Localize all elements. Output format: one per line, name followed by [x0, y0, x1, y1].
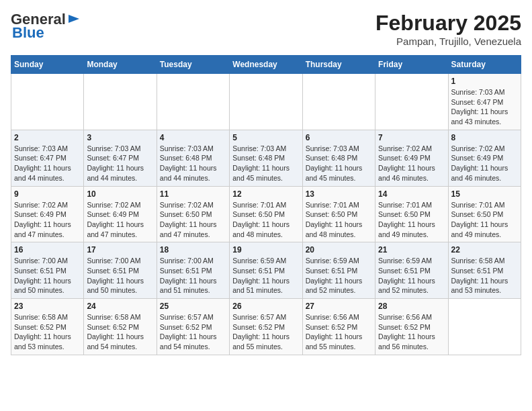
day-info: Sunrise: 6:58 AMSunset: 6:51 PMDaylight:… — [451, 256, 518, 295]
day-number: 22 — [451, 245, 518, 255]
calendar-day-header: Monday — [84, 56, 157, 74]
day-number: 13 — [306, 189, 372, 199]
day-number: 3 — [87, 133, 153, 142]
day-info: Sunrise: 7:00 AMSunset: 6:51 PMDaylight:… — [160, 256, 226, 295]
calendar-cell — [11, 74, 84, 130]
day-info: Sunrise: 6:59 AMSunset: 6:51 PMDaylight:… — [306, 256, 372, 295]
day-info: Sunrise: 7:01 AMSunset: 6:50 PMDaylight:… — [232, 200, 299, 240]
day-number: 15 — [451, 189, 518, 199]
day-info: Sunrise: 7:00 AMSunset: 6:51 PMDaylight:… — [87, 256, 153, 295]
day-info: Sunrise: 7:03 AMSunset: 6:48 PMDaylight:… — [160, 144, 226, 183]
calendar-cell — [448, 299, 521, 355]
calendar-day-header: Wednesday — [230, 56, 302, 74]
day-info: Sunrise: 6:59 AMSunset: 6:51 PMDaylight:… — [232, 256, 299, 295]
day-number: 24 — [87, 302, 153, 311]
calendar-day-header: Saturday — [448, 56, 521, 74]
day-info: Sunrise: 7:02 AMSunset: 6:49 PMDaylight:… — [87, 200, 153, 240]
calendar-cell — [84, 74, 157, 130]
day-number: 1 — [451, 77, 518, 86]
calendar-cell: 13Sunrise: 7:01 AMSunset: 6:50 PMDayligh… — [302, 186, 375, 242]
day-info: Sunrise: 6:59 AMSunset: 6:51 PMDaylight:… — [378, 256, 445, 295]
day-number: 11 — [160, 189, 226, 199]
calendar-cell: 28Sunrise: 6:56 AMSunset: 6:52 PMDayligh… — [375, 299, 448, 355]
day-number: 9 — [14, 189, 81, 199]
calendar-cell — [230, 74, 302, 130]
calendar-cell: 15Sunrise: 7:01 AMSunset: 6:50 PMDayligh… — [448, 186, 521, 242]
day-number: 28 — [378, 302, 445, 311]
day-number: 7 — [378, 133, 445, 142]
page-subtitle: Pampan, Trujillo, Venezuela — [375, 36, 521, 47]
calendar-cell: 23Sunrise: 6:58 AMSunset: 6:52 PMDayligh… — [11, 299, 84, 355]
calendar-week-row: 16Sunrise: 7:00 AMSunset: 6:51 PMDayligh… — [11, 242, 521, 299]
day-number: 18 — [160, 245, 226, 255]
calendar-cell — [375, 74, 448, 130]
calendar-cell: 24Sunrise: 6:58 AMSunset: 6:52 PMDayligh… — [84, 299, 157, 355]
day-info: Sunrise: 6:57 AMSunset: 6:52 PMDaylight:… — [232, 312, 299, 352]
day-number: 21 — [378, 245, 445, 255]
day-number: 25 — [160, 302, 226, 311]
calendar-cell: 5Sunrise: 7:03 AMSunset: 6:48 PMDaylight… — [230, 130, 302, 186]
page-title: February 2025 — [375, 11, 521, 36]
svg-marker-0 — [69, 15, 79, 23]
day-info: Sunrise: 7:03 AMSunset: 6:47 PMDaylight:… — [451, 87, 518, 127]
day-number: 14 — [378, 189, 445, 199]
calendar-cell: 27Sunrise: 6:56 AMSunset: 6:52 PMDayligh… — [302, 299, 375, 355]
calendar-cell: 17Sunrise: 7:00 AMSunset: 6:51 PMDayligh… — [84, 242, 157, 299]
day-number: 8 — [451, 133, 518, 142]
day-info: Sunrise: 7:03 AMSunset: 6:48 PMDaylight:… — [306, 144, 372, 183]
logo-flag-icon — [67, 13, 81, 24]
day-number: 10 — [87, 189, 153, 199]
calendar-cell: 4Sunrise: 7:03 AMSunset: 6:48 PMDaylight… — [157, 130, 229, 186]
calendar-cell: 9Sunrise: 7:02 AMSunset: 6:49 PMDaylight… — [11, 186, 84, 242]
day-info: Sunrise: 7:02 AMSunset: 6:49 PMDaylight:… — [378, 144, 445, 183]
calendar-cell — [302, 74, 375, 130]
calendar-cell: 19Sunrise: 6:59 AMSunset: 6:51 PMDayligh… — [230, 242, 302, 299]
day-number: 27 — [306, 302, 372, 311]
calendar-cell: 12Sunrise: 7:01 AMSunset: 6:50 PMDayligh… — [230, 186, 302, 242]
calendar-cell: 3Sunrise: 7:03 AMSunset: 6:47 PMDaylight… — [84, 130, 157, 186]
calendar-day-header: Sunday — [11, 56, 84, 74]
day-info: Sunrise: 7:00 AMSunset: 6:51 PMDaylight:… — [14, 256, 81, 295]
calendar-table: SundayMondayTuesdayWednesdayThursdayFrid… — [11, 55, 521, 355]
page-header: General Blue February 2025 Pampan, Truji… — [11, 11, 521, 47]
calendar-week-row: 2Sunrise: 7:03 AMSunset: 6:47 PMDaylight… — [11, 130, 521, 186]
day-number: 12 — [232, 189, 299, 199]
calendar-cell: 22Sunrise: 6:58 AMSunset: 6:51 PMDayligh… — [448, 242, 521, 299]
calendar-cell: 16Sunrise: 7:00 AMSunset: 6:51 PMDayligh… — [11, 242, 84, 299]
calendar-cell: 25Sunrise: 6:57 AMSunset: 6:52 PMDayligh… — [157, 299, 229, 355]
calendar-cell: 6Sunrise: 7:03 AMSunset: 6:48 PMDaylight… — [302, 130, 375, 186]
calendar-cell: 18Sunrise: 7:00 AMSunset: 6:51 PMDayligh… — [157, 242, 229, 299]
calendar-cell — [157, 74, 229, 130]
calendar-cell: 21Sunrise: 6:59 AMSunset: 6:51 PMDayligh… — [375, 242, 448, 299]
day-info: Sunrise: 7:02 AMSunset: 6:50 PMDaylight:… — [160, 200, 226, 240]
calendar-cell: 10Sunrise: 7:02 AMSunset: 6:49 PMDayligh… — [84, 186, 157, 242]
title-block: February 2025 Pampan, Trujillo, Venezuel… — [375, 11, 521, 47]
day-number: 2 — [14, 133, 81, 142]
day-info: Sunrise: 7:01 AMSunset: 6:50 PMDaylight:… — [306, 200, 372, 240]
calendar-cell: 1Sunrise: 7:03 AMSunset: 6:47 PMDaylight… — [448, 74, 521, 130]
day-number: 26 — [232, 302, 299, 311]
calendar-week-row: 9Sunrise: 7:02 AMSunset: 6:49 PMDaylight… — [11, 186, 521, 242]
day-info: Sunrise: 7:01 AMSunset: 6:50 PMDaylight:… — [451, 200, 518, 240]
day-info: Sunrise: 6:56 AMSunset: 6:52 PMDaylight:… — [306, 312, 372, 352]
calendar-day-header: Tuesday — [157, 56, 229, 74]
day-info: Sunrise: 7:03 AMSunset: 6:47 PMDaylight:… — [14, 144, 81, 183]
calendar-cell: 8Sunrise: 7:02 AMSunset: 6:49 PMDaylight… — [448, 130, 521, 186]
calendar-cell: 26Sunrise: 6:57 AMSunset: 6:52 PMDayligh… — [230, 299, 302, 355]
calendar-header-row: SundayMondayTuesdayWednesdayThursdayFrid… — [11, 56, 521, 74]
calendar-cell: 20Sunrise: 6:59 AMSunset: 6:51 PMDayligh… — [302, 242, 375, 299]
calendar-cell: 11Sunrise: 7:02 AMSunset: 6:50 PMDayligh… — [157, 186, 229, 242]
day-info: Sunrise: 7:03 AMSunset: 6:48 PMDaylight:… — [232, 144, 299, 183]
day-info: Sunrise: 6:57 AMSunset: 6:52 PMDaylight:… — [160, 312, 226, 352]
day-info: Sunrise: 7:03 AMSunset: 6:47 PMDaylight:… — [87, 144, 153, 183]
calendar-cell: 7Sunrise: 7:02 AMSunset: 6:49 PMDaylight… — [375, 130, 448, 186]
logo-blue-text: Blue — [12, 24, 44, 42]
day-number: 19 — [232, 245, 299, 255]
calendar-day-header: Friday — [375, 56, 448, 74]
day-info: Sunrise: 7:01 AMSunset: 6:50 PMDaylight:… — [378, 200, 445, 240]
calendar-day-header: Thursday — [302, 56, 375, 74]
day-number: 4 — [160, 133, 226, 142]
calendar-week-row: 1Sunrise: 7:03 AMSunset: 6:47 PMDaylight… — [11, 74, 521, 130]
day-number: 23 — [14, 302, 81, 311]
day-info: Sunrise: 6:58 AMSunset: 6:52 PMDaylight:… — [14, 312, 81, 352]
